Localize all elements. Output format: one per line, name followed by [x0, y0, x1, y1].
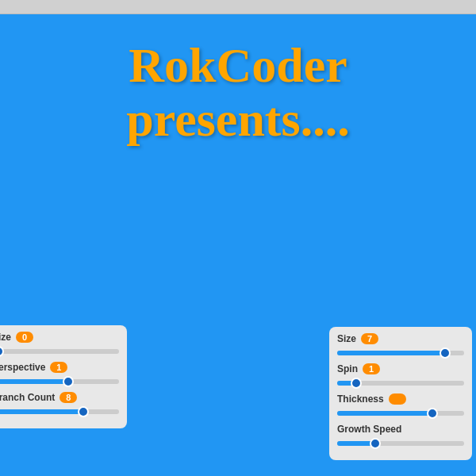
- top-bar: [0, 0, 476, 14]
- right-thickness-slider[interactable]: [337, 411, 464, 416]
- left-size-slider[interactable]: [0, 349, 119, 354]
- left-branch-count-slider[interactable]: [0, 409, 119, 414]
- right-thickness-label: Thickness: [337, 393, 384, 405]
- right-control-panel: Size 7 Spin 1 Thickness ​: [329, 327, 472, 460]
- left-branch-count-row: Branch Count 8: [0, 392, 119, 403]
- left-branch-count-label: Branch Count: [0, 392, 55, 403]
- title-line2: presents....: [0, 92, 476, 146]
- right-size-slider[interactable]: [337, 351, 464, 355]
- right-spin-slider[interactable]: [337, 381, 464, 386]
- left-size-value: 0: [16, 332, 33, 343]
- left-control-panel: Size 0 Perspective 1 Branch Count 8: [0, 325, 127, 428]
- right-thickness-value: ​: [389, 393, 406, 405]
- right-spin-label: Spin: [337, 363, 358, 374]
- left-perspective-slider[interactable]: [0, 379, 119, 384]
- right-growth-speed-row: Growth Speed: [337, 424, 464, 435]
- right-size-row: Size 7: [337, 333, 464, 344]
- left-perspective-label: Perspective: [0, 362, 45, 373]
- title-text: RokCoder presents....: [0, 38, 476, 146]
- left-size-row: Size 0: [0, 332, 119, 343]
- right-growth-speed-label: Growth Speed: [337, 424, 401, 435]
- left-branch-count-value: 8: [60, 392, 77, 403]
- right-thickness-row: Thickness ​: [337, 393, 464, 405]
- main-area: RokCoder presents.... Size 0 Perspective…: [0, 14, 476, 476]
- right-spin-value: 1: [363, 363, 380, 374]
- right-size-value: 7: [361, 333, 378, 344]
- left-perspective-value: 1: [50, 362, 67, 373]
- left-perspective-row: Perspective 1: [0, 362, 119, 373]
- right-growth-speed-slider[interactable]: [337, 441, 464, 446]
- title-line1: RokCoder: [0, 38, 476, 92]
- right-size-label: Size: [337, 333, 356, 344]
- right-spin-row: Spin 1: [337, 363, 464, 374]
- left-size-label: Size: [0, 332, 11, 343]
